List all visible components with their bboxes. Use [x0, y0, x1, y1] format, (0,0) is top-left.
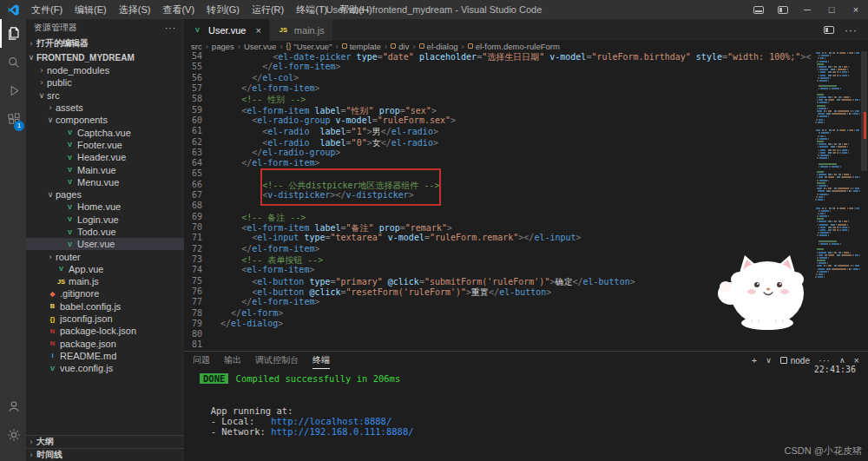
code-line[interactable]: </el-col>: [210, 73, 812, 83]
tree-item-.gitignore[interactable]: ◆.gitignore: [26, 287, 184, 300]
breadcrumb-item[interactable]: {}"User.vue": [286, 42, 332, 51]
code-line[interactable]: <el-date-picker type="date" placeholder=…: [210, 51, 812, 62]
new-terminal-icon[interactable]: +: [752, 355, 757, 366]
code-line[interactable]: <!-- 备注 -->: [210, 212, 812, 222]
tree-item-pages[interactable]: ∨pages: [26, 188, 184, 201]
code-line[interactable]: <el-radio label="0">女</el-radio>: [210, 137, 812, 148]
tree-item-public[interactable]: ›public: [26, 76, 184, 89]
terminal-instance-select[interactable]: node: [780, 356, 810, 366]
tree-item-main.js[interactable]: JSmain.js: [26, 275, 184, 287]
code-line[interactable]: </el-form-item>: [210, 297, 812, 307]
code-line[interactable]: <el-input type="textarea" v-model="ruleF…: [210, 233, 812, 243]
section-project[interactable]: ∨ FRONTEND_MYDREAM: [26, 50, 184, 64]
scrollbar-slider[interactable]: [861, 51, 867, 171]
code-line[interactable]: [210, 168, 812, 179]
scrollbar[interactable]: [860, 51, 868, 351]
menu-终端(T)[interactable]: 终端(T): [290, 0, 333, 19]
tree-item-jsconfig.json[interactable]: {}jsconfig.json: [26, 313, 184, 325]
tree-item-Todo.vue[interactable]: VTodo.vue: [26, 226, 184, 238]
code-line[interactable]: </el-form-item>: [210, 158, 812, 168]
code-line[interactable]: </el-form-item>: [210, 83, 812, 94]
code-line[interactable]: <el-radio-group v-model="ruleForm.sex">: [210, 115, 812, 126]
tree-item-User.vue[interactable]: VUser.vue: [26, 238, 184, 250]
tree-item-Header.vue[interactable]: VHeader.vue: [26, 151, 184, 163]
tree-item-babel.config.js[interactable]: Bbabel.config.js: [26, 300, 184, 313]
tree-item-App.vue[interactable]: VApp.vue: [26, 263, 184, 275]
breadcrumb-item[interactable]: User.vue: [244, 42, 277, 51]
terminal[interactable]: DONE Compiled successfully in 206ms App …: [184, 369, 868, 437]
menu-文件(F)[interactable]: 文件(F): [25, 0, 69, 19]
toggle-panel-icon[interactable]: [746, 0, 771, 19]
panel-tab-问题[interactable]: 问题: [193, 352, 210, 369]
panel-tab-输出[interactable]: 输出: [224, 352, 241, 369]
code-line[interactable]: [210, 339, 812, 350]
maximize-panel-icon[interactable]: ∧: [839, 356, 845, 365]
menu-帮助(H)[interactable]: 帮助(H): [333, 0, 378, 19]
minimap[interactable]: [812, 51, 860, 351]
section-open-editors[interactable]: › 打开的编辑器: [26, 36, 184, 50]
code-line[interactable]: [210, 329, 812, 339]
tree-item-assets[interactable]: ›assets: [26, 102, 184, 114]
menu-选择(S)[interactable]: 选择(S): [113, 0, 157, 19]
tree-item-src[interactable]: ∨src: [26, 89, 184, 102]
code-editor[interactable]: 5455565758596061626364656667686970717273…: [184, 51, 868, 351]
tree-item-package.json[interactable]: Npackage.json: [26, 338, 184, 350]
tree-item-Login.vue[interactable]: VLogin.vue: [26, 214, 184, 226]
code-line[interactable]: <!-- 表单按钮 -->: [210, 254, 812, 265]
split-editor-icon[interactable]: [824, 24, 834, 36]
breadcrumb-item[interactable]: src: [191, 42, 202, 51]
tab-main.js[interactable]: JSmain.js: [270, 19, 333, 41]
code-line[interactable]: </el-radio-group>: [210, 148, 812, 158]
tree-item-package-lock.json[interactable]: Npackage-lock.json: [26, 325, 184, 337]
tree-item-README.md[interactable]: iREADME.md: [26, 350, 184, 362]
customize-layout-icon[interactable]: [771, 0, 795, 19]
code-line[interactable]: <el-button type="primary" @click="submit…: [210, 276, 812, 286]
editor-more-actions-icon[interactable]: ···: [845, 24, 858, 36]
breadcrumb-item[interactable]: el-dialog: [419, 42, 458, 51]
tree-item-Main.vue[interactable]: VMain.vue: [26, 163, 184, 175]
section-timeline[interactable]: › 时间线: [26, 448, 184, 461]
tree-item-Footer.vue[interactable]: VFooter.vue: [26, 139, 184, 151]
terminal-link[interactable]: http://192.168.0.111:8888/: [271, 426, 413, 437]
search-icon[interactable]: [0, 48, 26, 76]
menu-编辑(E)[interactable]: 编辑(E): [69, 0, 113, 19]
code-line[interactable]: </el-form>: [210, 308, 812, 319]
code-line[interactable]: </el-form-item>: [210, 244, 812, 254]
tree-item-Captcha.vue[interactable]: VCaptcha.vue: [26, 126, 184, 138]
terminal-link[interactable]: http://localhost:8888/: [271, 416, 391, 426]
close-button[interactable]: ×: [844, 0, 868, 19]
code-line[interactable]: <!-- 公共distpicker地区选择器组件 -->: [210, 180, 812, 190]
tree-item-router[interactable]: ›router: [26, 250, 184, 262]
breadcrumb-item[interactable]: div: [391, 42, 409, 51]
tree-item-node_modules[interactable]: ›node_modules: [26, 64, 184, 76]
code-line[interactable]: </el-dialog>: [210, 319, 812, 329]
explorer-icon[interactable]: [0, 19, 26, 48]
breadcrumb-item[interactable]: el-form.demo-ruleForm: [468, 42, 560, 51]
panel-tab-终端[interactable]: 终端: [312, 352, 330, 369]
code-line[interactable]: <el-form-item label="性别" prop="sex">: [210, 105, 812, 115]
terminal-dropdown-icon[interactable]: ∨: [766, 356, 772, 365]
explorer-more-icon[interactable]: ···: [165, 23, 176, 33]
tree-item-components[interactable]: ∨components: [26, 114, 184, 126]
close-tab-icon[interactable]: ×: [255, 25, 260, 36]
menu-运行(R)[interactable]: 运行(R): [246, 0, 290, 19]
code-line[interactable]: <!-- 性别 -->: [210, 94, 812, 104]
menu-查看(V)[interactable]: 查看(V): [156, 0, 201, 19]
section-outline[interactable]: › 大纲: [26, 435, 184, 448]
code-line[interactable]: <el-radio label="1">男</el-radio>: [210, 126, 812, 136]
tree-item-Menu.vue[interactable]: VMenu.vue: [26, 176, 184, 188]
breadcrumb-item[interactable]: template: [342, 42, 381, 51]
menu-转到(G)[interactable]: 转到(G): [201, 0, 246, 19]
tab-User.vue[interactable]: VUser.vue×: [184, 19, 270, 41]
code-line[interactable]: [210, 201, 812, 211]
tree-item-Home.vue[interactable]: VHome.vue: [26, 201, 184, 213]
code-line[interactable]: <el-form-item label="备注" prop="remark">: [210, 222, 812, 233]
tree-item-vue.config.js[interactable]: Vvue.config.js: [26, 362, 184, 374]
extensions-icon[interactable]: 1: [0, 105, 26, 134]
panel-tab-调试控制台[interactable]: 调试控制台: [255, 352, 299, 369]
run-debug-icon[interactable]: [0, 76, 26, 105]
code-line[interactable]: <v-distpicker></v-distpicker>: [210, 190, 812, 201]
settings-gear-icon[interactable]: [0, 420, 26, 449]
maximize-button[interactable]: □: [819, 0, 844, 19]
account-icon[interactable]: [0, 392, 26, 420]
